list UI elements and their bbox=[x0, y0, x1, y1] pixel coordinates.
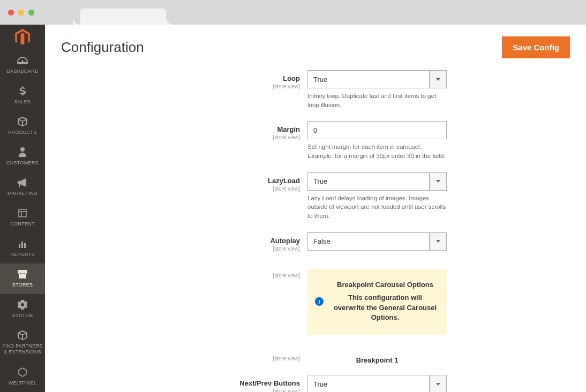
lazyload-select[interactable]: True bbox=[307, 172, 447, 191]
autoplay-select[interactable]: False bbox=[307, 232, 447, 251]
admin-sidebar: DASHBOARD SALES PRODUCTS CUSTOMERS MARKE bbox=[0, 25, 45, 392]
svg-rect-4 bbox=[19, 244, 20, 248]
sidebar-item-label: SALES bbox=[14, 99, 31, 104]
margin-input[interactable]: 0 bbox=[307, 121, 447, 139]
scope-text: [store view] bbox=[61, 273, 300, 278]
hexagon-icon bbox=[17, 367, 28, 378]
breakpoint-notice: i Breakpoint Carousel Options This confi… bbox=[307, 269, 447, 335]
svg-rect-5 bbox=[21, 242, 23, 248]
sidebar-item-label: MARKETING bbox=[7, 191, 37, 196]
scope-text: [store view] bbox=[61, 246, 300, 252]
save-config-button[interactable]: Save Config bbox=[502, 36, 570, 58]
sidebar-item-marketing[interactable]: MARKETING bbox=[0, 172, 45, 202]
browser-tab[interactable] bbox=[80, 9, 166, 25]
notice-body: This configuration will overwrite the Ge… bbox=[333, 293, 437, 323]
scope-text: [store view] bbox=[61, 84, 300, 89]
gear-icon bbox=[17, 299, 28, 310]
chevron-down-icon bbox=[430, 232, 447, 251]
megaphone-icon bbox=[17, 177, 28, 188]
sidebar-item-customers[interactable]: CUSTOMERS bbox=[0, 141, 45, 172]
scope-text: [store view] bbox=[61, 134, 300, 140]
svg-rect-6 bbox=[24, 243, 26, 248]
lazyload-help: Lazy Load delays loading of images. Imag… bbox=[307, 194, 447, 221]
box-icon bbox=[17, 116, 28, 127]
scope-text: [store view] bbox=[61, 186, 300, 192]
sidebar-item-system[interactable]: SYSTEM bbox=[0, 294, 45, 325]
browser-chrome bbox=[0, 0, 586, 25]
gauge-icon bbox=[17, 55, 28, 66]
loop-label: Loop bbox=[283, 74, 300, 82]
chevron-down-icon bbox=[430, 172, 447, 191]
layout-icon bbox=[17, 208, 28, 218]
notice-title: Breakpoint Carousel Options bbox=[333, 281, 437, 289]
nextprev-select-value: True bbox=[307, 375, 430, 392]
sidebar-item-label: CONTENT bbox=[10, 221, 35, 227]
scope-text: [store view] bbox=[61, 388, 300, 392]
sidebar-item-label: FIND PARTNERS & EXTENSIONS bbox=[2, 343, 43, 355]
package-icon bbox=[17, 330, 28, 341]
nextprev-label: Next/Prev Buttons bbox=[239, 379, 300, 387]
sidebar-item-label: PRODUCTS bbox=[9, 130, 37, 135]
loop-select[interactable]: True bbox=[307, 70, 447, 88]
svg-point-0 bbox=[20, 147, 25, 152]
close-window-icon[interactable] bbox=[8, 10, 14, 16]
sidebar-item-partners[interactable]: FIND PARTNERS & EXTENSIONS bbox=[0, 325, 45, 361]
autoplay-label: Autoplay bbox=[270, 237, 300, 245]
sidebar-item-label: REPORTS bbox=[10, 252, 34, 257]
sidebar-item-label: DASHBOARD bbox=[6, 69, 39, 74]
window-controls bbox=[8, 10, 34, 16]
loop-select-value: True bbox=[307, 70, 430, 88]
sidebar-item-label: SYSTEM bbox=[12, 313, 33, 318]
magento-logo[interactable] bbox=[0, 25, 45, 50]
nextprev-select[interactable]: True bbox=[307, 375, 447, 392]
chevron-down-icon bbox=[430, 375, 447, 392]
sidebar-item-sales[interactable]: SALES bbox=[0, 80, 45, 111]
lazyload-select-value: True bbox=[307, 172, 430, 191]
autoplay-select-value: False bbox=[307, 232, 430, 251]
page-title: Configuration bbox=[61, 39, 144, 56]
svg-rect-1 bbox=[19, 209, 26, 217]
sidebar-item-stores[interactable]: STORES bbox=[0, 263, 45, 294]
person-icon bbox=[17, 147, 28, 157]
sidebar-item-products[interactable]: PRODUCTS bbox=[0, 111, 45, 141]
minimize-window-icon[interactable] bbox=[18, 10, 24, 16]
sidebar-item-label: WELTPIXEL bbox=[9, 380, 37, 386]
chevron-down-icon bbox=[430, 70, 447, 88]
bar-chart-icon bbox=[17, 238, 28, 249]
store-icon bbox=[17, 269, 28, 280]
margin-label: Margin bbox=[277, 125, 300, 133]
sidebar-item-label: STORES bbox=[12, 282, 33, 288]
loop-help: Inifnity loop. Duplicate last and first … bbox=[307, 92, 447, 109]
sidebar-item-content[interactable]: CONTENT bbox=[0, 202, 45, 233]
info-icon: i bbox=[315, 297, 324, 306]
sidebar-item-label: CUSTOMERS bbox=[6, 160, 39, 165]
dollar-icon bbox=[17, 86, 28, 96]
lazyload-label: LazyLoad bbox=[268, 177, 300, 185]
sidebar-item-weltpixel[interactable]: WELTPIXEL bbox=[0, 361, 45, 392]
main-content: Configuration Save Config Loop [store vi… bbox=[45, 25, 586, 392]
sidebar-item-dashboard[interactable]: DASHBOARD bbox=[0, 50, 45, 80]
maximize-window-icon[interactable] bbox=[28, 10, 34, 16]
breakpoint-heading: Breakpoint 1 bbox=[307, 352, 447, 366]
margin-help: Set right margin for each item in carous… bbox=[307, 142, 447, 160]
sidebar-item-reports[interactable]: REPORTS bbox=[0, 233, 45, 263]
scope-text: [store view] bbox=[61, 356, 300, 361]
